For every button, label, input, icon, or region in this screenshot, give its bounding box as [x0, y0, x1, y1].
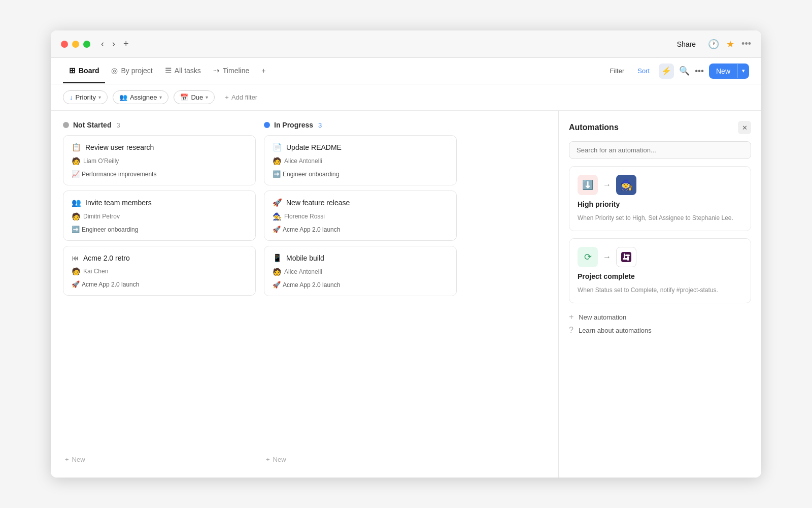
- panel-header: Automations ✕: [569, 121, 751, 134]
- card-title-row: 👥 Invite team members: [72, 198, 247, 207]
- tag-icon: ➡️: [72, 226, 80, 233]
- card-icon: ⏮: [72, 253, 79, 262]
- col-header-in-progress: In Progress 3: [264, 121, 457, 129]
- clock-icon[interactable]: 🕐: [708, 39, 719, 50]
- card-review-user-research[interactable]: 📋 Review user research 🧑 Liam O'Reilly 📈…: [63, 135, 256, 185]
- automation-card-project-complete[interactable]: ⟳ →: [569, 238, 751, 303]
- tab-timeline[interactable]: ⇢ Timeline: [207, 59, 255, 83]
- card-assignee: Dimitri Petrov: [83, 213, 120, 220]
- card-meta: 🧑 Liam O'Reilly: [72, 157, 247, 165]
- filter-button[interactable]: Filter: [605, 65, 628, 77]
- star-icon[interactable]: ★: [726, 39, 734, 50]
- card-meta: 🧑 Alice Antonelli: [273, 157, 448, 165]
- assignee-caret-icon: ▾: [159, 94, 162, 100]
- tab-board-label: Board: [79, 67, 99, 75]
- card-acme-2-retro[interactable]: ⏮ Acme 2.0 retro 🧑 Kai Chen 🚀 Acme App 2…: [63, 246, 256, 296]
- new-button-group: New ▾: [709, 64, 749, 79]
- lightning-icon: ⚡: [661, 66, 671, 76]
- assignee-filter[interactable]: 👥 Assignee ▾: [113, 90, 168, 104]
- minimize-button[interactable]: [72, 41, 79, 48]
- all-tasks-icon: ☰: [165, 66, 172, 75]
- priority-caret-icon: ▾: [98, 94, 101, 100]
- main-content: Not Started 3 📋 Review user research 🧑 L…: [51, 111, 761, 478]
- svg-rect-4: [625, 255, 630, 256]
- card-tag-row: ➡️ Engineer onboarding: [273, 170, 448, 178]
- tag-icon: 🚀: [72, 280, 80, 288]
- card-tag: ➡️ Engineer onboarding: [273, 170, 339, 178]
- tab-all-tasks-label: All tasks: [175, 67, 201, 75]
- card-tag: 📈 Performance improvements: [72, 170, 156, 178]
- tab-by-project[interactable]: ◎ By project: [105, 59, 158, 83]
- plus-icon: +: [569, 312, 573, 322]
- nav-forward-icon[interactable]: ›: [110, 38, 118, 50]
- learn-automations-action[interactable]: ? Learn about automations: [569, 326, 751, 335]
- by-project-icon: ◎: [111, 66, 118, 75]
- more-button[interactable]: •••: [695, 66, 704, 76]
- tab-board[interactable]: ⊞ Board: [63, 59, 105, 83]
- traffic-lights: [61, 41, 90, 48]
- priority-filter-icon: ↓: [70, 93, 73, 101]
- add-new-icon: +: [266, 456, 270, 463]
- automation-card-high-priority[interactable]: ⬇️ → 🧙 High priority When Priority set t…: [569, 166, 751, 231]
- card-mobile-build[interactable]: 📱 Mobile build 🧑 Alice Antonelli 🚀 Acme …: [264, 246, 457, 296]
- column-in-progress: In Progress 3 📄 Update README 🧑 Alice An…: [264, 121, 457, 467]
- col-header-not-started: Not Started 3: [63, 121, 256, 129]
- more-options-icon[interactable]: •••: [741, 39, 751, 49]
- panel-close-button[interactable]: ✕: [738, 121, 751, 134]
- priority-filter-label: Priority: [76, 93, 96, 101]
- card-meta: 🧑 Kai Chen: [72, 267, 247, 275]
- auto-icons: ⬇️ → 🧙: [578, 175, 742, 195]
- auto-icons: ⟳ →: [578, 247, 742, 267]
- maximize-button[interactable]: [83, 41, 90, 48]
- card-invite-team-members[interactable]: 👥 Invite team members 🧑 Dimitri Petrov ➡…: [63, 190, 256, 241]
- avatar-icon: 🧑: [72, 157, 80, 165]
- card-title: Invite team members: [85, 199, 152, 207]
- add-new-in-progress[interactable]: + New: [264, 452, 457, 467]
- avatar-icon: 🧑: [72, 267, 80, 275]
- nav-add-icon[interactable]: +: [121, 38, 131, 50]
- search-button[interactable]: 🔍: [679, 66, 690, 76]
- card-title: Mobile build: [286, 254, 324, 262]
- nav-back-icon[interactable]: ‹: [98, 38, 107, 50]
- column-not-started: Not Started 3 📋 Review user research 🧑 L…: [63, 121, 256, 467]
- complete-trigger-icon: ⟳: [584, 251, 592, 263]
- in-progress-cards: 📄 Update README 🧑 Alice Antonelli ➡️ Eng…: [264, 135, 457, 450]
- automation-search-input[interactable]: [569, 141, 751, 159]
- svg-rect-3: [623, 258, 627, 260]
- add-new-icon: +: [65, 456, 69, 463]
- close-button[interactable]: [61, 41, 68, 48]
- priority-trigger-icon: ⬇️: [582, 179, 593, 190]
- card-new-feature-release[interactable]: 🚀 New feature release 🧙 Florence Rossi 🚀…: [264, 190, 457, 241]
- filterbar: ↓ Priority ▾ 👥 Assignee ▾ 📅 Due ▾ + Add …: [51, 84, 761, 111]
- tab-timeline-label: Timeline: [223, 67, 249, 75]
- board-area: Not Started 3 📋 Review user research 🧑 L…: [51, 111, 558, 478]
- card-assignee: Liam O'Reilly: [83, 157, 119, 165]
- card-assignee: Kai Chen: [83, 268, 108, 275]
- priority-filter[interactable]: ↓ Priority ▾: [63, 90, 108, 104]
- new-automation-action[interactable]: + New automation: [569, 312, 751, 322]
- automations-panel: Automations ✕ ⬇️ → 🧙 High priority When …: [558, 111, 761, 478]
- auto-title: Project complete: [578, 272, 742, 280]
- card-icon: 👥: [72, 198, 81, 207]
- lightning-button[interactable]: ⚡: [659, 64, 674, 79]
- card-update-readme[interactable]: 📄 Update README 🧑 Alice Antonelli ➡️ Eng…: [264, 135, 457, 185]
- due-filter[interactable]: 📅 Due ▾: [174, 90, 215, 104]
- avatar-icon: 🧑: [72, 212, 80, 220]
- tag-icon: 🚀: [273, 226, 281, 233]
- tab-all-tasks[interactable]: ☰ All tasks: [159, 59, 207, 83]
- auto-arrow-icon: →: [603, 180, 611, 189]
- trigger-icon-box: ⬇️: [578, 175, 598, 195]
- new-button[interactable]: New: [709, 64, 737, 79]
- add-new-not-started[interactable]: + New: [63, 452, 256, 467]
- avatar-icon: 🧙: [273, 212, 281, 220]
- assignee-filter-label: Assignee: [130, 93, 157, 101]
- tab-add[interactable]: +: [255, 59, 272, 83]
- add-filter-button[interactable]: + Add filter: [220, 91, 262, 104]
- card-assignee: Alice Antonelli: [284, 268, 322, 275]
- new-button-caret[interactable]: ▾: [737, 64, 749, 78]
- sort-button[interactable]: Sort: [633, 65, 654, 77]
- card-tag: ➡️ Engineer onboarding: [72, 226, 138, 233]
- share-button[interactable]: Share: [672, 38, 701, 50]
- card-icon: 📋: [72, 143, 81, 152]
- timeline-icon: ⇢: [213, 66, 220, 75]
